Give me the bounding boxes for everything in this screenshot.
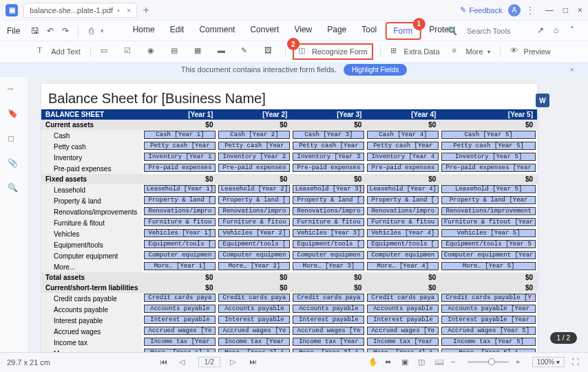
form-field[interactable]: Renovations/impro	[218, 207, 290, 215]
form-field[interactable]: Leasehold [Year 3]	[293, 185, 364, 193]
preview-tool[interactable]: 👁Preview	[507, 45, 554, 58]
form-field[interactable]: Leasehold [Year 5]	[441, 185, 536, 193]
user-avatar[interactable]: A	[508, 4, 521, 17]
form-field[interactable]: Interest payable	[218, 316, 290, 324]
form-field[interactable]: Income tax [Year	[293, 338, 364, 346]
form-field[interactable]: Vehicles [Year 2]	[218, 229, 290, 237]
document-area[interactable]: W Balance Sheet for [Business Name] BALA…	[28, 77, 588, 352]
form-field[interactable]: Pre-paid expenses [Year	[441, 164, 536, 172]
form-field[interactable]: Property & land [	[218, 196, 290, 204]
form-field[interactable]: Property & land [	[293, 196, 364, 204]
form-field[interactable]: Pre-paid expenses	[218, 164, 290, 172]
add-tab-button[interactable]: +	[143, 4, 149, 17]
recognize-form-button[interactable]: 2 ◫Recognize Form	[293, 43, 373, 60]
form-field[interactable]: Furniture & fitou	[367, 218, 439, 226]
form-field[interactable]: Cash [Year 3]	[293, 131, 364, 139]
form-field[interactable]: Leasehold [Year 4]	[367, 185, 439, 193]
form-field[interactable]: Vehicles [Year 3]	[293, 229, 364, 237]
fit-page-icon[interactable]: ▣	[401, 358, 411, 367]
read-mode-icon[interactable]: 📖	[434, 358, 444, 367]
form-field[interactable]: Computer equipmen	[367, 251, 439, 259]
add-text-tool[interactable]: TAdd Text	[34, 45, 83, 58]
form-field[interactable]: Pre-paid expenses	[367, 164, 439, 172]
form-field[interactable]: Interest payable [Year	[441, 316, 536, 324]
more-tool[interactable]: ≡More▾	[450, 45, 493, 58]
pin-icon[interactable]: •	[117, 6, 120, 14]
document-tab[interactable]: balance-she...plate-1.pdf • ×	[23, 3, 137, 18]
tab-form[interactable]: Form 1	[385, 22, 421, 40]
zoom-level[interactable]: 100% ▾	[532, 357, 565, 367]
form-field[interactable]: Accounts payable	[367, 305, 439, 313]
combobox-tool[interactable]: ▤	[168, 45, 185, 58]
form-field[interactable]: Inventory [Year 5]	[441, 153, 536, 161]
form-field[interactable]: Accounts payable	[293, 305, 364, 313]
form-field[interactable]: Property & land [Year	[441, 196, 536, 204]
form-field[interactable]: Furniture & fitout [Year	[441, 218, 536, 226]
form-field[interactable]: Inventory [Year 3	[293, 153, 364, 161]
form-field[interactable]: More… [Year 2]	[218, 262, 290, 270]
print-dropdown-icon[interactable]: ▾	[101, 28, 104, 34]
search-panel-icon[interactable]: 🔍	[8, 183, 20, 195]
form-field[interactable]: Vehicles [Year 5]	[441, 229, 536, 237]
word-export-icon[interactable]: W	[536, 94, 549, 107]
hand-tool-icon[interactable]: ✋	[368, 358, 378, 367]
tab-view[interactable]: View	[287, 22, 319, 40]
listbox-tool[interactable]: ▦	[191, 45, 208, 58]
home-icon[interactable]: ⌂	[554, 25, 565, 36]
share-icon[interactable]: ↗	[537, 25, 548, 36]
save-icon[interactable]: 🖫	[30, 25, 41, 36]
feedback-link[interactable]: ✎ Feedback	[460, 6, 502, 14]
form-field[interactable]: Cash [Year 1]	[144, 131, 216, 139]
form-field[interactable]: Property & land [	[367, 196, 439, 204]
form-field[interactable]: More… [Year 1]	[144, 262, 216, 270]
form-field[interactable]: Credit cards paya	[367, 294, 439, 302]
comments-icon[interactable]: ◻	[8, 133, 20, 146]
fullscreen-icon[interactable]: ⛶	[571, 358, 581, 367]
form-field[interactable]: Cash [Year 2]	[218, 131, 290, 139]
form-field[interactable]: Pre-paid expenses	[293, 164, 364, 172]
redo-icon[interactable]: ↷	[60, 25, 71, 36]
form-field[interactable]: Accrued wages [Ye	[293, 327, 364, 335]
form-field[interactable]: Inventory [Year 1	[144, 153, 216, 161]
form-field[interactable]: Credit cards paya	[144, 294, 216, 302]
form-field[interactable]: Furniture & fitou	[293, 218, 364, 226]
form-field[interactable]: Pre-paid expenses	[144, 164, 216, 172]
print-icon[interactable]: ⎙	[85, 25, 96, 36]
form-field[interactable]: Furniture & fitou	[144, 218, 216, 226]
form-field[interactable]: More… [Year 4]	[367, 262, 439, 270]
form-field[interactable]: Credit cards payable [Y	[441, 294, 536, 302]
undo-icon[interactable]: ↶	[45, 25, 56, 36]
form-field[interactable]: Cash [Year 5]	[441, 131, 536, 139]
form-field[interactable]: Accounts payable	[218, 305, 290, 313]
info-close-icon[interactable]: ×	[570, 65, 574, 74]
form-field[interactable]: Equipment/tools [	[293, 240, 364, 248]
search-tools-input[interactable]	[463, 25, 532, 36]
form-field[interactable]: More… [Year 2]_1	[218, 349, 290, 352]
form-field[interactable]: Furniture & fitou	[218, 218, 290, 226]
form-field[interactable]: Vehicles [Year 1]	[144, 229, 216, 237]
form-field[interactable]: Renovations/impro	[144, 207, 216, 215]
form-field[interactable]: Computer equipmen	[293, 251, 364, 259]
form-field[interactable]: Renovations/impro	[367, 207, 439, 215]
close-button[interactable]: ×	[578, 6, 582, 15]
form-field[interactable]: Petty cash [Year	[144, 142, 216, 150]
form-field[interactable]: Leasehold [Year 2]	[218, 185, 290, 193]
form-field[interactable]: More… [Year 5]_1	[441, 349, 536, 352]
form-field[interactable]: More… [Year 3]_1	[293, 349, 364, 352]
minimize-button[interactable]: —	[545, 6, 554, 15]
form-field[interactable]: Equipment/tools [	[367, 240, 439, 248]
form-field[interactable]: Inventory [Year 2	[218, 153, 290, 161]
zoom-in-icon[interactable]: +	[516, 358, 525, 367]
nav-last-icon[interactable]: ⏭	[249, 358, 259, 367]
form-field[interactable]: More… [Year 1]_1	[144, 349, 216, 352]
form-field[interactable]: Credit cards paya	[293, 294, 364, 302]
form-field[interactable]: Equipment/tools [	[144, 240, 216, 248]
thumbnails-icon[interactable]: ▫▫	[8, 84, 20, 96]
image-tool[interactable]: 🖼	[262, 45, 278, 58]
form-field[interactable]: Equipment/tools [	[218, 240, 290, 248]
form-field[interactable]: Accounts payable [Year	[441, 305, 536, 313]
tab-tool[interactable]: Tool	[355, 22, 384, 40]
nav-prev-icon[interactable]: ◁	[179, 358, 189, 367]
form-field[interactable]: Interest payable	[293, 316, 364, 324]
extra-data-tool[interactable]: ⊞Extra Data	[388, 45, 443, 58]
